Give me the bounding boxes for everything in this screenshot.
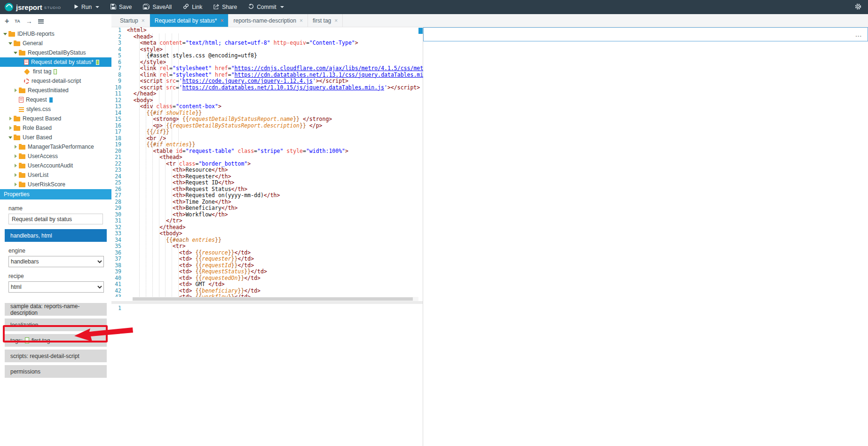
jsreport-logo[interactable]: jsreport STUDIO (0, 3, 69, 11)
code-line-33[interactable]: 33 <tbody> (111, 231, 423, 237)
code-line-12[interactable]: 12 <body> (111, 97, 423, 104)
tree-item-userriskscore[interactable]: UserRiskScore (0, 180, 111, 189)
code-line-36[interactable]: 36 <td> {{resource}}</td> (111, 250, 423, 256)
preview-more-button[interactable]: ... (855, 31, 862, 38)
code-line-37[interactable]: 37 <td> {{requester}}</td> (111, 256, 423, 263)
code-line-18[interactable]: 18 <br /> (111, 135, 423, 142)
code-line-7[interactable]: 7 <link rel="stylesheet" href="https://c… (111, 65, 423, 72)
code-line-2[interactable]: 2 <head> (111, 34, 423, 40)
code-line-1[interactable]: 1<html> (111, 27, 423, 34)
tab-close-icon[interactable]: × (142, 17, 145, 24)
code-line-39[interactable]: 39 <td> {{RequestStatus}}</td> (111, 269, 423, 275)
run-button[interactable]: Run (69, 0, 105, 14)
code-line-43[interactable]: 43 <td> {{workflow}}</td> (111, 294, 423, 297)
expander-expanded-icon[interactable] (13, 50, 18, 55)
code-line-21[interactable]: 21 <thead> (111, 154, 423, 161)
horizontal-scrollbar[interactable] (133, 297, 418, 301)
code-line-32[interactable]: 32 </thead> (111, 224, 423, 231)
code-line-3[interactable]: 3 <meta content="text/html; charset=utf-… (111, 40, 423, 47)
tree-item-useraccountaudit[interactable]: UserAccountAudit (0, 161, 111, 170)
tree-item-styles-css[interactable]: styles.css (0, 104, 111, 114)
code-line-29[interactable]: 29 <th>Beneficiary</th> (111, 205, 423, 212)
code-line-9[interactable]: 9 <script src='https://code.jquery.com/j… (111, 78, 423, 85)
localization-section[interactable]: localization (5, 319, 107, 331)
code-line-38[interactable]: 38 <td> {{requestId}}</td> (111, 263, 423, 269)
code-line-14[interactable]: 14 {{#if showTitle}} (111, 110, 423, 117)
code-line-16[interactable]: 16 <p> {{requestDetailByStatusReport.des… (111, 123, 423, 129)
code-line-13[interactable]: 13 <div class="content-box"> (111, 104, 423, 110)
name-input[interactable] (8, 214, 103, 224)
expander-collapsed-icon[interactable] (13, 144, 18, 149)
saveall-button[interactable]: SaveAll (137, 0, 177, 14)
code-line-24[interactable]: 24 <th>Requester</th> (111, 174, 423, 180)
code-line-4[interactable]: 4 <style> (111, 47, 423, 53)
tags-section[interactable]: tags:first tag (5, 334, 107, 347)
permissions-section[interactable]: permissions (5, 365, 107, 378)
expander-collapsed-icon[interactable] (8, 116, 13, 121)
tree-item-request-based[interactable]: Request Based (0, 114, 111, 123)
tree-item-managertaskperformance[interactable]: ManagerTaskPerformance (0, 142, 111, 151)
tree-item-userlist[interactable]: UserList (0, 170, 111, 180)
code-line-22[interactable]: 22 <tr class="border_bottom"> (111, 161, 423, 167)
expander-collapsed-icon[interactable] (13, 154, 18, 159)
code-line-26[interactable]: 26 <th>Request Status</th> (111, 186, 423, 193)
code-line-11[interactable]: 11 </head> (111, 91, 423, 97)
code-line-20[interactable]: 20 <table id="request-table" class="stri… (111, 148, 423, 155)
link-button[interactable]: Link (177, 0, 208, 14)
code-line-35[interactable]: 35 <tr> (111, 243, 423, 250)
code-line-23[interactable]: 23 <th>Resource</th> (111, 167, 423, 174)
expander-collapsed-icon[interactable] (8, 126, 13, 130)
run-arrow-icon[interactable]: → (26, 18, 32, 24)
expander-expanded-icon[interactable] (8, 41, 13, 46)
tab-close-icon[interactable]: × (300, 17, 303, 24)
tree-item-first-tag[interactable]: first tag (0, 67, 111, 76)
save-button[interactable]: Save (105, 0, 137, 14)
sample-data-section[interactable]: sample data: reports-name-description (5, 303, 107, 316)
tree-item-user-based[interactable]: User Based (0, 133, 111, 142)
tree-item-idhub-reports[interactable]: IDHUB-reports (0, 29, 111, 39)
code-line-42[interactable]: 42 <td> {{beneficiary}}</td> (111, 288, 423, 295)
expander-collapsed-icon[interactable] (13, 173, 18, 177)
code-line-17[interactable]: 17 {{/if}} (111, 129, 423, 135)
tab-request-detail-by-status[interactable]: Request detail by status*× (150, 14, 229, 27)
code-line-31[interactable]: 31 </tr> (111, 218, 423, 224)
code-line-40[interactable]: 40 <td> {{requestedOn}}</td> (111, 275, 423, 282)
tree-item-requestinitiated[interactable]: RequestInitiated (0, 86, 111, 95)
expander-collapsed-icon[interactable] (13, 163, 18, 168)
scrollbar-thumb[interactable] (133, 297, 413, 301)
bottom-editor-pane[interactable]: 1 (111, 304, 423, 312)
code-line-10[interactable]: 10 <script src='https://cdn.datatables.n… (111, 85, 423, 91)
tab-startup[interactable]: Startup× (115, 14, 150, 27)
code-line-41[interactable]: 41 <td> GMT </td> (111, 281, 423, 288)
tree-item-role-based[interactable]: Role Based (0, 123, 111, 133)
code-line-28[interactable]: 28 <th>Time Zone</th> (111, 199, 423, 206)
recipe-select[interactable]: html (8, 281, 104, 293)
tree-item-request[interactable]: Request (0, 95, 111, 104)
code-line-5[interactable]: 5 {#asset styles.css @encoding=utf8} (111, 53, 423, 59)
code-editor[interactable]: 1<html>2 <head>3 <meta content="text/htm… (111, 27, 423, 301)
engine-select[interactable]: handlebars (8, 256, 104, 267)
tree-item-request-detail-script[interactable]: request-detail-script (0, 76, 111, 86)
expander-expanded-icon[interactable] (8, 135, 13, 140)
tree-item-request-detail-by-status[interactable]: Request detail by status* (0, 57, 111, 67)
tree-item-useraccess[interactable]: UserAccess (0, 151, 111, 161)
tree-item-requestdetailbystatus[interactable]: RequestDetailByStatus (0, 48, 111, 57)
code-line-27[interactable]: 27 <th>Requested on(yyyy-mm-dd)</th> (111, 192, 423, 199)
code-line-6[interactable]: 6 </style> (111, 59, 423, 66)
settings-button[interactable] (848, 3, 868, 11)
code-line-19[interactable]: 19 {{#if entries}} (111, 142, 423, 148)
tab-close-icon[interactable]: × (220, 17, 223, 24)
scripts-section[interactable]: scripts: request-detail-script (5, 350, 107, 362)
tree-item-general[interactable]: General (0, 39, 111, 48)
code-line-8[interactable]: 8 <link rel="stylesheet" href="https://c… (111, 72, 423, 79)
tab-close-icon[interactable]: × (334, 17, 338, 24)
tab-reports-name-description[interactable]: reports-name-description× (229, 14, 308, 27)
menu-icon[interactable] (38, 19, 44, 24)
expander-collapsed-icon[interactable] (13, 88, 18, 93)
code-line-30[interactable]: 30 <th>Workflow</th> (111, 212, 423, 218)
expander-collapsed-icon[interactable] (13, 182, 18, 187)
add-icon[interactable]: + (5, 17, 9, 25)
expander-expanded-icon[interactable] (3, 32, 8, 36)
code-line-34[interactable]: 34 {{#each entries}} (111, 237, 423, 244)
code-line-25[interactable]: 25 <th>Request ID</th> (111, 180, 423, 186)
